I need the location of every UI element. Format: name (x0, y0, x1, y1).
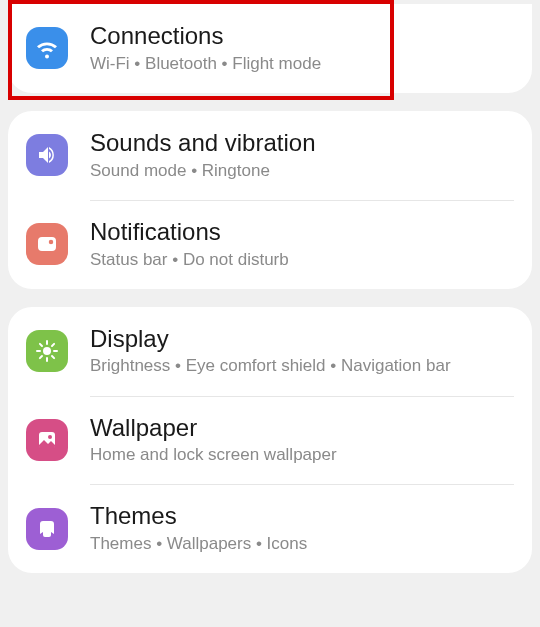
item-text: Display Brightness • Eye comfort shield … (90, 325, 514, 378)
item-text: Connections Wi-Fi • Bluetooth • Flight m… (90, 22, 514, 75)
svg-line-7 (40, 344, 42, 346)
wifi-icon (26, 27, 68, 69)
item-text: Notifications Status bar • Do not distur… (90, 218, 514, 271)
item-title: Wallpaper (90, 414, 514, 443)
svg-line-8 (52, 356, 54, 358)
display-icon (26, 330, 68, 372)
item-title: Themes (90, 502, 514, 531)
settings-item-themes[interactable]: Themes Themes • Wallpapers • Icons (8, 484, 532, 573)
item-subtitle: Wi-Fi • Bluetooth • Flight mode (90, 53, 514, 75)
item-subtitle: Sound mode • Ringtone (90, 160, 514, 182)
item-text: Sounds and vibration Sound mode • Ringto… (90, 129, 514, 182)
item-text: Wallpaper Home and lock screen wallpaper (90, 414, 514, 467)
item-subtitle: Status bar • Do not disturb (90, 249, 514, 271)
svg-line-9 (40, 356, 42, 358)
settings-group: Connections Wi-Fi • Bluetooth • Flight m… (8, 4, 532, 93)
item-title: Connections (90, 22, 514, 51)
item-text: Themes Themes • Wallpapers • Icons (90, 502, 514, 555)
notifications-icon (26, 223, 68, 265)
item-subtitle: Brightness • Eye comfort shield • Naviga… (90, 355, 514, 377)
wallpaper-icon (26, 419, 68, 461)
item-title: Sounds and vibration (90, 129, 514, 158)
settings-item-sounds[interactable]: Sounds and vibration Sound mode • Ringto… (8, 111, 532, 200)
settings-item-connections[interactable]: Connections Wi-Fi • Bluetooth • Flight m… (8, 4, 532, 93)
settings-item-wallpaper[interactable]: Wallpaper Home and lock screen wallpaper (8, 396, 532, 485)
item-subtitle: Home and lock screen wallpaper (90, 444, 514, 466)
sound-icon (26, 134, 68, 176)
settings-item-notifications[interactable]: Notifications Status bar • Do not distur… (8, 200, 532, 289)
svg-point-1 (48, 239, 54, 245)
item-title: Notifications (90, 218, 514, 247)
settings-group: Display Brightness • Eye comfort shield … (8, 307, 532, 574)
svg-line-10 (52, 344, 54, 346)
themes-icon (26, 508, 68, 550)
item-subtitle: Themes • Wallpapers • Icons (90, 533, 514, 555)
settings-item-display[interactable]: Display Brightness • Eye comfort shield … (8, 307, 532, 396)
settings-group: Sounds and vibration Sound mode • Ringto… (8, 111, 532, 289)
svg-point-12 (48, 435, 52, 439)
item-title: Display (90, 325, 514, 354)
svg-point-2 (43, 347, 51, 355)
